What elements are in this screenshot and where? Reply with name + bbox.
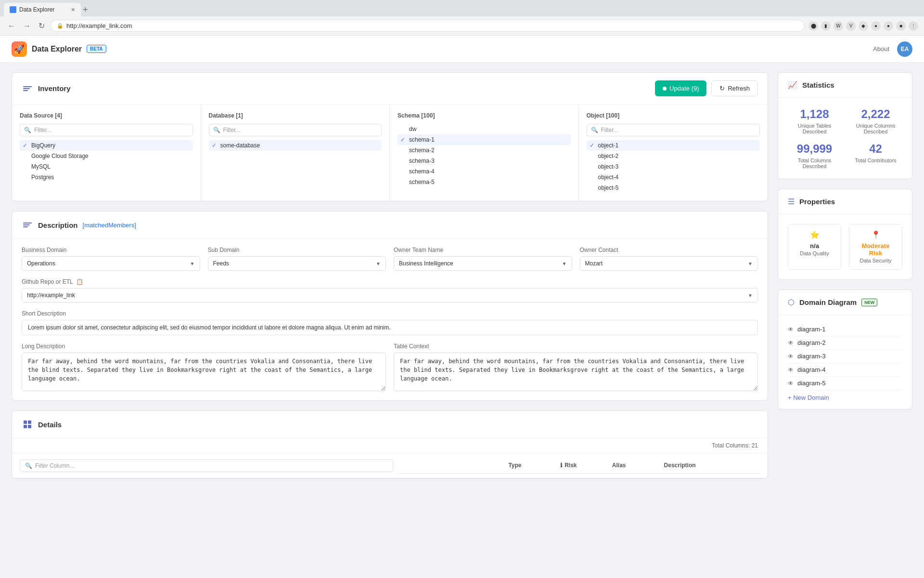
logo-icon: 🚀 — [12, 41, 27, 57]
refresh-button[interactable]: ↻ Refresh — [711, 80, 758, 96]
browser-actions: ⬤ ▮ W V ◆ ● ● ■ ⋮ — [808, 21, 918, 31]
about-link[interactable]: About — [873, 45, 889, 53]
diagram-item-3[interactable]: 👁 diagram-3 — [788, 350, 902, 363]
long-desc-grid: Long Description Far far away, behind th… — [12, 343, 768, 400]
new-tab-button[interactable]: + — [83, 5, 88, 15]
domain-diagram-header: ⬡ Domain Diagram NEW — [778, 290, 912, 315]
object-2[interactable]: object-2 — [587, 151, 760, 161]
database-header: Database [1] — [209, 112, 382, 119]
github-label: Github Repo or ETL 📋 — [22, 278, 758, 285]
short-desc-input[interactable]: Lorem ipsum dolor sit amet, consectetur … — [22, 320, 758, 335]
diagram-label: diagram-3 — [797, 353, 826, 360]
stat-total-columns: 99,999 Total ColumnsDescribed — [788, 142, 841, 169]
browser-tab-active[interactable]: Data Explorer × — [4, 3, 81, 16]
matched-members: [matchedMembers] — [83, 222, 136, 229]
sub-domain-select[interactable]: Feeds ▼ — [208, 256, 386, 271]
address-bar[interactable]: 🔒 http://example_link.com — [51, 20, 805, 32]
browser-extension-5[interactable]: ◆ — [859, 21, 868, 31]
diagram-item-4[interactable]: 👁 diagram-4 — [788, 363, 902, 377]
properties-grid: ⭐ n/a Data Quality 📍 Moderate Risk Data … — [788, 224, 902, 270]
col-header-description: Description — [656, 457, 760, 474]
select-arrow-icon: ▼ — [562, 261, 567, 266]
datasource-name: MySQL — [31, 163, 51, 170]
business-domain-select[interactable]: Operations ▼ — [22, 256, 200, 271]
browser-extension-6[interactable]: ● — [871, 21, 881, 31]
column-filter[interactable]: 🔍 Filter Column... — [20, 460, 393, 472]
new-badge: NEW — [861, 299, 877, 306]
datasource-mysql[interactable]: MySQL — [20, 161, 193, 172]
filter-placeholder: Filter... — [223, 127, 241, 133]
properties-content: ⭐ n/a Data Quality 📍 Moderate Risk Data … — [778, 214, 912, 279]
tab-close-button[interactable]: × — [71, 6, 75, 13]
object-1[interactable]: ✓ object-1 — [587, 140, 760, 151]
diagram-item-2[interactable]: 👁 diagram-2 — [788, 336, 902, 350]
database-filter[interactable]: 🔍 Filter... — [209, 124, 382, 136]
table-context-textarea[interactable]: Far far away, behind the word mountains,… — [394, 353, 758, 391]
browser-extension-8[interactable]: ■ — [896, 21, 906, 31]
schema-5[interactable]: schema-5 — [398, 177, 571, 187]
browser-extension-7[interactable]: ● — [884, 21, 893, 31]
col-header-risk: ℹ Risk — [552, 457, 604, 474]
stats-grid: 1,128 Unique TablesDescribed 2,222 Uniqu… — [778, 98, 912, 179]
filter-search-icon: 🔍 — [24, 127, 31, 133]
owner-team-select[interactable]: Business Intelligence ▼ — [394, 256, 572, 271]
inventory-title: Inventory — [22, 83, 71, 94]
description-icon — [22, 219, 33, 231]
copy-icon[interactable]: 📋 — [76, 278, 83, 285]
reload-button[interactable]: ↻ — [37, 19, 47, 32]
forward-button[interactable]: → — [21, 20, 33, 32]
new-domain-button[interactable]: + New Domain — [788, 390, 902, 401]
details-card: Details Total Columns: 21 🔍 Filter Colum… — [12, 410, 768, 479]
sub-domain-field: Sub Domain Feeds ▼ — [208, 247, 386, 271]
stat-label-contributors: Total Contributors — [849, 158, 902, 163]
update-button[interactable]: Update (9) — [655, 80, 706, 96]
check-icon: ✓ — [590, 142, 595, 149]
browser-extension-3[interactable]: W — [834, 21, 843, 31]
inventory-schema-col: Schema [100] dw ✓ schema-1 schema-2 — [390, 105, 579, 201]
browser-extension-1[interactable]: ⬤ — [808, 21, 818, 31]
schema-4[interactable]: schema-4 — [398, 166, 571, 177]
datasource-filter[interactable]: 🔍 Filter... — [20, 124, 193, 136]
database-some-database[interactable]: ✓ some-database — [209, 140, 382, 151]
owner-contact-field: Owner Contact Mozart ▼ — [580, 247, 758, 271]
github-input[interactable]: http://example_link ▼ — [22, 288, 758, 302]
datasource-postgres[interactable]: Postgres — [20, 172, 193, 183]
long-desc-textarea[interactable]: Far far away, behind the word mountains,… — [22, 353, 386, 391]
lock-icon: 🔒 — [57, 23, 64, 29]
browser-extension-2[interactable]: ▮ — [821, 21, 831, 31]
statistics-icon: 📈 — [788, 80, 797, 90]
user-avatar[interactable]: EA — [897, 41, 912, 57]
owner-contact-select[interactable]: Mozart ▼ — [580, 256, 758, 271]
diagram-item-5[interactable]: 👁 diagram-5 — [788, 377, 902, 390]
total-columns: Total Columns: 21 — [712, 442, 758, 449]
object-filter[interactable]: 🔍 Filter... — [587, 124, 760, 136]
refresh-icon: ↻ — [719, 85, 725, 92]
browser-menu[interactable]: ⋮ — [909, 21, 918, 31]
schema-name: schema-1 — [409, 136, 435, 143]
svg-rect-2 — [24, 425, 27, 428]
back-button[interactable]: ← — [6, 20, 17, 32]
schema-1[interactable]: ✓ schema-1 — [398, 134, 571, 145]
select-arrow-icon: ▼ — [748, 293, 753, 298]
browser-extension-4[interactable]: V — [846, 21, 856, 31]
schema-2[interactable]: schema-2 — [398, 145, 571, 156]
data-security-prop: 📍 Moderate Risk Data Security — [849, 224, 902, 270]
refresh-label: Refresh — [728, 85, 750, 92]
owner-contact-value: Mozart — [585, 260, 603, 267]
properties-title: Properties — [799, 197, 835, 206]
object-5[interactable]: object-5 — [587, 183, 760, 193]
new-domain-label: + New Domain — [788, 394, 829, 401]
object-4[interactable]: object-4 — [587, 172, 760, 183]
datasource-bigquery[interactable]: ✓ BigQuery — [20, 140, 193, 151]
schema-3[interactable]: schema-3 — [398, 156, 571, 166]
owner-team-value: Business Intelligence — [399, 260, 453, 267]
datasource-gcs[interactable]: Google Cloud Storage — [20, 151, 193, 161]
object-3[interactable]: object-3 — [587, 161, 760, 172]
diagram-item-1[interactable]: 👁 diagram-1 — [788, 323, 902, 336]
details-header: Details — [12, 411, 768, 438]
schema-dw-header[interactable]: dw — [398, 124, 571, 134]
table-context-label: Table Context — [394, 343, 758, 350]
inventory-database-col: Database [1] 🔍 Filter... ✓ some-database — [201, 105, 390, 201]
diagram-label: diagram-2 — [797, 339, 826, 346]
details-meta: Total Columns: 21 — [12, 438, 768, 453]
